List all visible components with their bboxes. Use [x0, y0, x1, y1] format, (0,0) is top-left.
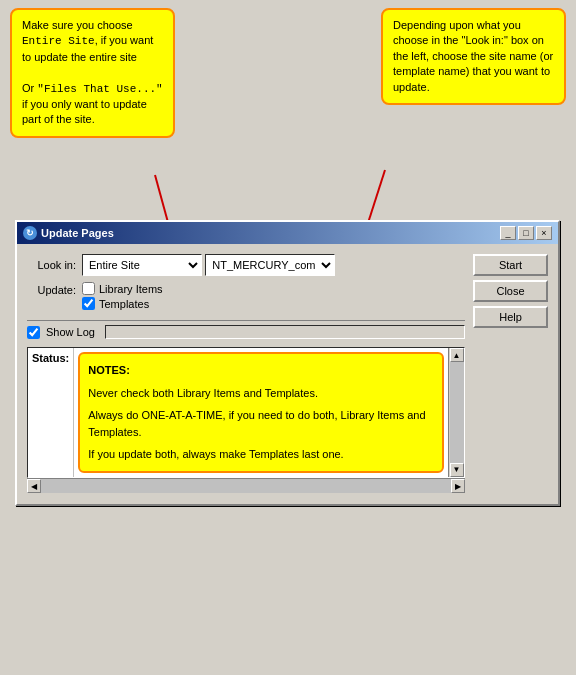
close-dialog-button[interactable]: Close — [473, 280, 548, 302]
status-area: Status: NOTES: Never check both Library … — [27, 347, 465, 478]
lookin-row: Look in: Entire Site Files That Use... N… — [27, 254, 465, 276]
update-row: Update: Library Items Templates — [27, 282, 465, 312]
window-controls: _ □ × — [500, 226, 552, 240]
scroll-track[interactable] — [450, 362, 464, 463]
library-items-label: Library Items — [99, 283, 163, 295]
notes-box: NOTES: Never check both Library Items an… — [78, 352, 444, 473]
close-button[interactable]: × — [536, 226, 552, 240]
start-button[interactable]: Start — [473, 254, 548, 276]
dialog-app-icon: ↻ — [23, 226, 37, 240]
left-section: Look in: Entire Site Files That Use... N… — [27, 254, 465, 494]
right-tooltip-text: Depending upon what you choose in the "L… — [393, 19, 553, 93]
update-label: Update: — [27, 282, 82, 296]
status-content: NOTES: Never check both Library Items an… — [74, 348, 448, 477]
templates-label: Templates — [99, 298, 149, 310]
right-section: Start Close Help — [473, 254, 548, 494]
notes-line3: If you update both, always make Template… — [88, 446, 434, 463]
notes-title: NOTES: — [88, 362, 434, 379]
dialog-title: Update Pages — [41, 227, 114, 239]
templates-checkbox[interactable] — [82, 297, 95, 310]
titlebar-left: ↻ Update Pages — [23, 226, 114, 240]
scroll-up-button[interactable]: ▲ — [450, 348, 464, 362]
checkboxes-group: Library Items Templates — [82, 282, 163, 312]
notes-line2: Always do ONE-AT-A-TIME, if you need to … — [88, 407, 434, 440]
scroll-left-button[interactable]: ◀ — [27, 479, 41, 493]
lookin-select[interactable]: Entire Site Files That Use... — [82, 254, 202, 276]
status-label: Status: — [28, 348, 74, 477]
showlog-checkbox[interactable] — [27, 326, 40, 339]
library-items-checkbox[interactable] — [82, 282, 95, 295]
vertical-scrollbar: ▲ ▼ — [448, 348, 464, 477]
restore-button[interactable]: □ — [518, 226, 534, 240]
library-items-row: Library Items — [82, 282, 163, 295]
templates-row: Templates — [82, 297, 163, 310]
scroll-down-button[interactable]: ▼ — [450, 463, 464, 477]
left-tooltip-text: Make sure you choose Entire Site, if you… — [22, 19, 163, 125]
h-scroll-track[interactable] — [41, 479, 451, 493]
minimize-button[interactable]: _ — [500, 226, 516, 240]
dialog-body: Look in: Entire Site Files That Use... N… — [17, 244, 558, 504]
update-section: Update: Library Items Templates — [27, 282, 465, 312]
scroll-right-button[interactable]: ▶ — [451, 479, 465, 493]
horizontal-scrollbar: ◀ ▶ — [27, 478, 465, 494]
update-pages-dialog: ↻ Update Pages _ □ × Look in: Entire Sit… — [15, 220, 560, 506]
site-select[interactable]: NT_MERCURY_combo — [205, 254, 335, 276]
right-tooltip: Depending upon what you choose in the "L… — [381, 8, 566, 105]
notes-line1: Never check both Library Items and Templ… — [88, 385, 434, 402]
status-container: Status: NOTES: Never check both Library … — [27, 347, 465, 494]
showlog-label: Show Log — [46, 326, 95, 338]
left-tooltip: Make sure you choose Entire Site, if you… — [10, 8, 175, 138]
help-button[interactable]: Help — [473, 306, 548, 328]
main-content: Look in: Entire Site Files That Use... N… — [27, 254, 548, 494]
lookin-label: Look in: — [27, 259, 82, 271]
dialog-titlebar: ↻ Update Pages _ □ × — [17, 222, 558, 244]
showlog-row: Show Log — [27, 320, 465, 343]
